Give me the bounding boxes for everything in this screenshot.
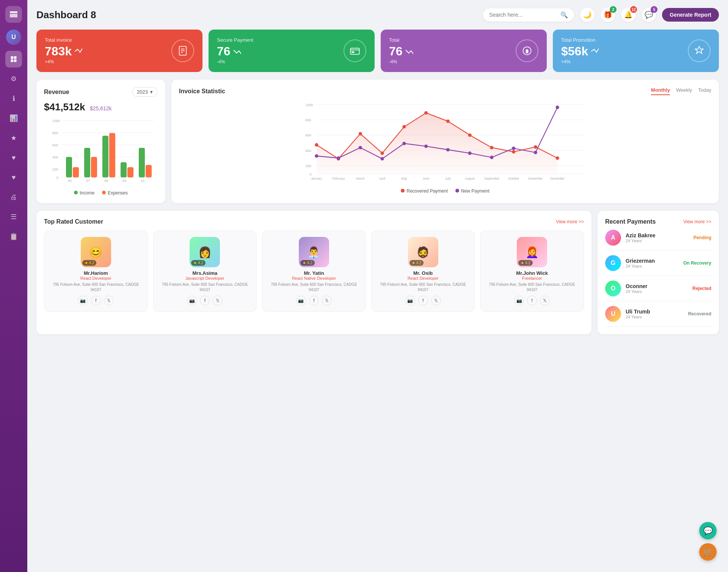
- revenue-amount: $41,512k: [44, 101, 85, 113]
- payments-title: Recent Payments: [605, 218, 656, 225]
- social-icons: 📷 f 𝕏: [49, 296, 143, 306]
- instagram-icon[interactable]: 📷: [78, 296, 88, 306]
- stat-change-invoice: +4%: [45, 59, 82, 64]
- facebook-icon[interactable]: f: [418, 296, 428, 306]
- facebook-icon[interactable]: f: [527, 296, 537, 306]
- tab-weekly[interactable]: Weekly: [676, 87, 692, 95]
- sidebar-item-likes[interactable]: ♥: [5, 149, 22, 166]
- svg-text:$: $: [526, 49, 529, 53]
- svg-text:January: January: [311, 177, 322, 180]
- stat-icon-promotion: [688, 39, 711, 62]
- svg-point-69: [359, 146, 362, 149]
- svg-text:May: May: [401, 177, 407, 180]
- list-item: 👩 ★ 4.2 Mrs.Asima Javascript Developer 7…: [153, 230, 257, 312]
- svg-text:0: 0: [56, 176, 58, 180]
- stat-card-invoice[interactable]: Total invoice 783k +4%: [36, 30, 202, 72]
- page-title: Dashboard 8: [36, 9, 96, 21]
- payment-name: Griezerman: [626, 258, 655, 264]
- customer-photo: 👩 ★ 4.2: [190, 237, 220, 267]
- svg-text:March: March: [356, 177, 365, 180]
- avatar[interactable]: U: [6, 30, 21, 45]
- payment-avatar: O: [605, 281, 621, 296]
- theme-toggle-btn[interactable]: 🌙: [580, 8, 595, 22]
- instagram-icon[interactable]: 📷: [296, 296, 306, 306]
- rating-badge: ★ 4.2: [300, 260, 315, 266]
- stat-card-promotion[interactable]: Total Promotion $56k +4%: [553, 30, 719, 72]
- svg-rect-2: [11, 56, 14, 59]
- invoice-card: Invoice Statistic Monthly Weekly Today 1…: [171, 80, 719, 203]
- sidebar-item-dashboard[interactable]: [5, 51, 22, 67]
- tab-today[interactable]: Today: [698, 87, 711, 95]
- payments-view-more[interactable]: View more >>: [683, 219, 711, 224]
- sidebar-item-info[interactable]: ℹ: [5, 90, 22, 107]
- gift-btn[interactable]: 🎁 2: [601, 8, 615, 22]
- notifications-btn[interactable]: 🔔 12: [621, 8, 635, 22]
- header-actions: 🔍 🌙 🎁 2 🔔 12 💬 5 Generate Report: [483, 8, 719, 22]
- sidebar-item-favorites[interactable]: ★: [5, 130, 22, 146]
- customer-address: 795 Folsom Ave, Suite 600 San Francisco,…: [485, 282, 579, 293]
- messages-btn[interactable]: 💬 5: [642, 8, 656, 22]
- customer-role: React Native Developer: [267, 276, 361, 281]
- stat-value-payment: 76: [217, 44, 253, 58]
- twitter-icon[interactable]: 𝕏: [540, 296, 550, 306]
- payment-age: 24 Years: [626, 238, 656, 243]
- svg-point-55: [315, 143, 318, 147]
- twitter-icon[interactable]: 𝕏: [213, 296, 223, 306]
- svg-point-76: [512, 147, 515, 150]
- stat-value-invoice: 783k: [45, 44, 82, 58]
- list-item: 🧔 ★ 4.2 Mr. Osib React Developer 795 Fol…: [371, 230, 475, 312]
- svg-rect-10: [350, 48, 359, 54]
- payment-avatar: G: [605, 255, 621, 271]
- sidebar-item-saved[interactable]: ♥: [5, 169, 22, 186]
- svg-point-78: [556, 106, 559, 109]
- svg-text:600: 600: [306, 133, 311, 137]
- year-selector[interactable]: 2023 ▾: [132, 87, 158, 97]
- revenue-legend: Income Expenses: [44, 190, 158, 196]
- instagram-icon[interactable]: 📷: [405, 296, 415, 306]
- sidebar-item-menu[interactable]: ☰: [5, 208, 22, 225]
- customer-name: Mrs.Asima: [158, 270, 252, 276]
- facebook-icon[interactable]: f: [91, 296, 101, 306]
- generate-report-button[interactable]: Generate Report: [662, 8, 719, 22]
- payment-status: Recovered: [688, 311, 711, 317]
- tab-monthly[interactable]: Monthly: [651, 87, 670, 95]
- sidebar-item-docs[interactable]: 📋: [5, 228, 22, 245]
- customer-role: React Developer: [49, 276, 143, 281]
- sidebar-item-print[interactable]: 🖨: [5, 189, 22, 205]
- twitter-icon[interactable]: 𝕏: [322, 296, 332, 306]
- stat-card-payment[interactable]: Secure Payment 76 -4%: [209, 30, 375, 72]
- invoice-legend: Recovered Payment New Payment: [179, 188, 711, 194]
- svg-rect-32: [109, 133, 115, 177]
- stat-card-total[interactable]: Total 76 -4% $: [381, 30, 547, 72]
- social-icons: 📷 f 𝕏: [158, 296, 252, 306]
- svg-rect-35: [139, 148, 145, 177]
- svg-rect-30: [91, 157, 97, 177]
- search-input[interactable]: [489, 12, 557, 18]
- payment-status: Rejected: [692, 286, 711, 291]
- twitter-icon[interactable]: 𝕏: [104, 296, 114, 306]
- cart-fab[interactable]: 🛒: [699, 543, 717, 561]
- list-item: A Aziz Bakree 24 Years Pending: [605, 225, 711, 251]
- svg-text:600: 600: [52, 143, 58, 147]
- sidebar-item-analytics[interactable]: 📊: [5, 110, 22, 127]
- facebook-icon[interactable]: f: [309, 296, 319, 306]
- svg-point-64: [512, 150, 515, 154]
- svg-text:1000: 1000: [52, 119, 60, 123]
- list-item: U Uli Trumb 24 Years Recovered: [605, 301, 711, 327]
- instagram-icon[interactable]: 📷: [187, 296, 197, 306]
- social-icons: 📷 f 𝕏: [267, 296, 361, 306]
- stat-icon-total: $: [516, 39, 538, 62]
- customer-address: 795 Folsom Ave, Suite 600 San Francisco,…: [158, 282, 252, 293]
- support-fab[interactable]: 💬: [699, 522, 717, 539]
- instagram-icon[interactable]: 📷: [514, 296, 524, 306]
- sidebar-logo[interactable]: [5, 6, 22, 23]
- payment-status: On Recovery: [683, 260, 711, 266]
- sidebar: U ⚙ ℹ 📊 ★ ♥ ♥ 🖨 ☰ 📋: [0, 0, 27, 572]
- stats-row: Total invoice 783k +4% Secure Payment: [36, 30, 719, 72]
- facebook-icon[interactable]: f: [200, 296, 210, 306]
- twitter-icon[interactable]: 𝕏: [431, 296, 441, 306]
- customers-view-more[interactable]: View more >>: [556, 219, 584, 224]
- sidebar-item-settings[interactable]: ⚙: [5, 71, 22, 87]
- payment-status: Pending: [693, 235, 711, 240]
- svg-text:August: August: [465, 177, 475, 180]
